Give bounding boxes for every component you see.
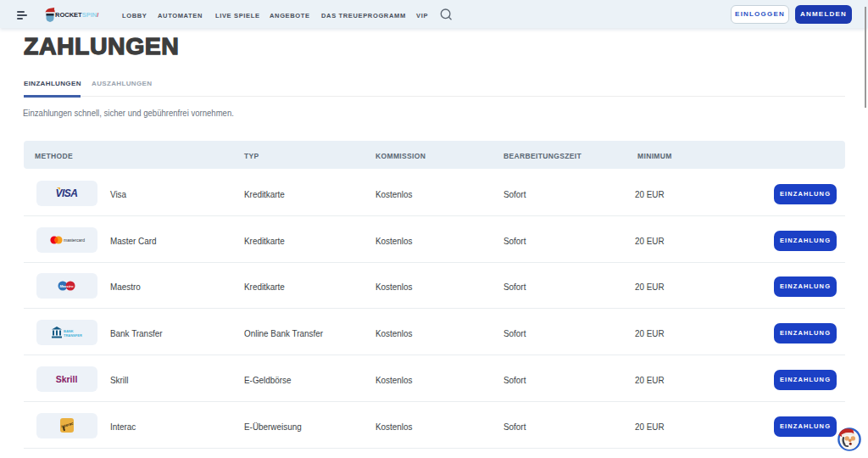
svg-text:mastercard: mastercard	[64, 237, 85, 243]
svg-text:Maestro: Maestro	[59, 284, 73, 288]
svg-text:TRANSFER: TRANSFER	[64, 333, 82, 338]
